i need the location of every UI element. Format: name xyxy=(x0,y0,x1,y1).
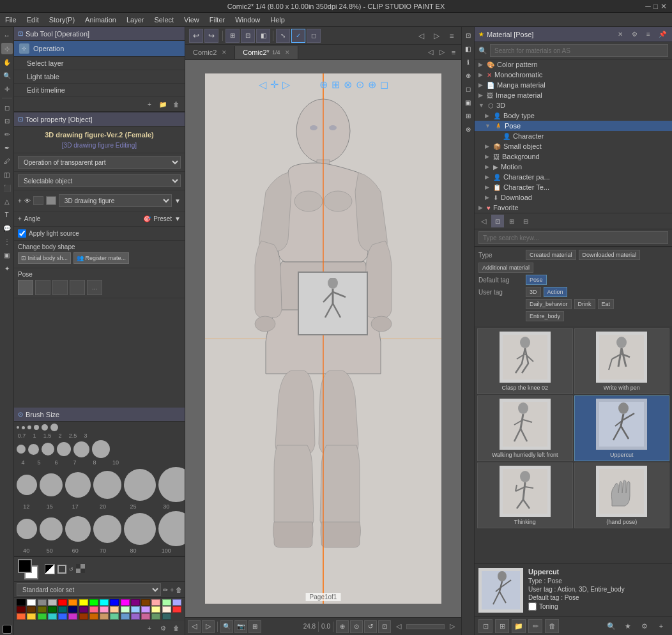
mat-menu-btn[interactable]: ≡ xyxy=(643,29,654,40)
tool-gradient[interactable]: ▣ xyxy=(1,249,13,261)
tool-fg-color[interactable] xyxy=(3,625,11,634)
swatch-purple[interactable] xyxy=(131,599,140,606)
downloaded-material-btn[interactable]: Downloaded material xyxy=(579,250,641,260)
material-clasp-knee[interactable]: Clasp the knee 02 xyxy=(477,328,573,394)
swatch-dk-orange[interactable] xyxy=(27,606,36,613)
menu-story[interactable]: Story(P) xyxy=(44,15,80,25)
mat-search-btn[interactable]: 🔍 xyxy=(604,619,618,633)
extra-btn2[interactable]: ⊙ xyxy=(350,620,363,633)
tool-crop[interactable]: ⊡ xyxy=(1,115,13,126)
color-set-delete-btn[interactable]: 🗑 xyxy=(176,586,182,593)
light-table-item[interactable]: Light table xyxy=(14,70,185,84)
right-tool4[interactable]: ⊕ xyxy=(462,70,474,81)
tool-transform[interactable]: ◻ xyxy=(1,102,13,113)
tool-brush[interactable]: ✏ xyxy=(1,128,13,140)
right-tool1[interactable]: ⊡ xyxy=(462,29,474,41)
brush-6[interactable] xyxy=(42,443,54,455)
swatch-p1[interactable] xyxy=(68,613,77,620)
swatch-dk-blue[interactable] xyxy=(68,606,77,613)
tree-favorite[interactable]: ▶ ♥ Favorite xyxy=(475,203,672,213)
material-uppercut[interactable]: Uppercut xyxy=(574,395,670,461)
fit-btn[interactable]: ⊞ xyxy=(248,620,261,633)
swatch-o1[interactable] xyxy=(17,613,26,620)
tool-operation[interactable]: ⊹ Operation xyxy=(14,41,185,56)
swatch-mint[interactable] xyxy=(121,606,130,613)
swatch-violet[interactable] xyxy=(131,613,140,620)
toolbar-collapse-btn[interactable]: ◁ xyxy=(414,29,428,43)
tree-manga-material[interactable]: ▶ 📄 Manga material xyxy=(475,80,672,90)
brush-2.5[interactable] xyxy=(42,424,48,431)
handle-scale2[interactable]: ⊗ xyxy=(344,79,352,91)
tool-move[interactable]: ✛ xyxy=(1,83,13,95)
mat-nav-left[interactable]: ◁ xyxy=(477,215,490,227)
reset-color-btn[interactable]: ↺ xyxy=(69,567,73,572)
swatch-white[interactable] xyxy=(27,599,36,606)
swatch-dk-magenta[interactable] xyxy=(79,606,88,613)
right-tool7[interactable]: ⊞ xyxy=(462,110,474,121)
tool-blend[interactable]: ⋮ xyxy=(1,236,13,247)
close-btn[interactable]: ✕ xyxy=(661,2,667,11)
tab1-close[interactable]: ✕ xyxy=(222,49,227,56)
mat-nav-grid1[interactable]: ⊞ xyxy=(505,215,518,227)
right-tool8[interactable]: ⊗ xyxy=(462,123,474,135)
action-tag-btn[interactable]: Action xyxy=(544,287,567,297)
swatch-pink[interactable] xyxy=(89,606,98,613)
material-walking[interactable]: Walking hurriedly left front xyxy=(477,395,573,461)
swatch-lt-yellow[interactable] xyxy=(151,606,160,613)
transparent-color-btn[interactable] xyxy=(45,564,55,574)
swatch-blue[interactable] xyxy=(110,599,119,606)
layer-folder-btn[interactable]: 📁 xyxy=(157,98,169,110)
tool-text[interactable]: T xyxy=(1,209,13,220)
mat-btn4[interactable]: ✏ xyxy=(528,619,542,633)
menu-view[interactable]: View xyxy=(179,15,204,25)
material-hand[interactable]: (hand pose) xyxy=(574,463,670,528)
toolbar-expand-btn[interactable]: ▷ xyxy=(429,29,443,43)
swatch-dk-cyan[interactable] xyxy=(58,606,67,613)
toning-checkbox[interactable] xyxy=(528,602,537,611)
material-write-pen[interactable]: Write with pen xyxy=(574,328,670,394)
swatch-lt-pink[interactable] xyxy=(100,606,109,613)
mat-star-btn[interactable]: ★ xyxy=(621,619,635,633)
swatch-cyan[interactable] xyxy=(100,599,109,606)
swatch-r1[interactable] xyxy=(172,606,181,613)
brush-30[interactable] xyxy=(158,467,185,502)
material-thinking[interactable]: Thinking xyxy=(477,463,573,528)
swatch-br1[interactable] xyxy=(79,613,88,620)
tree-character[interactable]: 👤 Character xyxy=(475,131,672,141)
mat-add-btn[interactable]: + xyxy=(654,619,668,633)
extra-btn1[interactable]: ⊕ xyxy=(336,620,349,633)
swatch-red[interactable] xyxy=(58,599,67,606)
swatch-c1[interactable] xyxy=(48,613,57,620)
swatch-lavender[interactable] xyxy=(141,606,150,613)
filter-search-input[interactable] xyxy=(478,231,668,244)
toolbar-menu-btn[interactable]: ≡ xyxy=(445,29,459,43)
mat-settings-btn[interactable]: ⚙ xyxy=(629,29,640,40)
right-tool6[interactable]: ▣ xyxy=(462,96,474,108)
tree-motion[interactable]: ▶ ▶ Motion xyxy=(475,162,672,172)
drink-btn[interactable]: Drink xyxy=(574,299,595,309)
tool-fill[interactable]: ⬛ xyxy=(1,182,13,194)
maximize-btn[interactable]: □ xyxy=(653,2,658,11)
tool-pan[interactable]: ↔ xyxy=(1,29,13,41)
swatch-teal1[interactable] xyxy=(110,613,119,620)
3d-tag-btn[interactable]: 3D xyxy=(526,287,541,297)
pose-more-btn[interactable]: ... xyxy=(87,280,102,295)
swatch-black[interactable] xyxy=(17,599,26,606)
extra-btn3[interactable]: ↺ xyxy=(364,620,377,633)
menu-animation[interactable]: Animation xyxy=(80,15,121,25)
tool-color-picker[interactable]: ✦ xyxy=(1,263,13,274)
brush-25[interactable] xyxy=(124,469,156,501)
swatch-lt-green[interactable] xyxy=(162,599,171,606)
brush-0.7[interactable] xyxy=(17,426,19,429)
tab-menu-btn[interactable]: ≡ xyxy=(448,47,459,57)
menu-filter[interactable]: Filter xyxy=(204,15,230,25)
color-settings-btn[interactable]: ⚙ xyxy=(157,622,169,634)
tab-right-btn[interactable]: ▷ xyxy=(437,47,447,57)
tree-char-parts[interactable]: ▶ 👤 Character pa... xyxy=(475,172,672,182)
color-delete-btn[interactable]: 🗑 xyxy=(171,622,182,634)
swatch-sky-blue[interactable] xyxy=(131,606,140,613)
mat-nav-home[interactable]: ⊡ xyxy=(491,215,504,227)
swatch-lt-red[interactable] xyxy=(151,599,160,606)
menu-select[interactable]: Select xyxy=(149,15,179,25)
brush-2[interactable] xyxy=(34,425,39,430)
